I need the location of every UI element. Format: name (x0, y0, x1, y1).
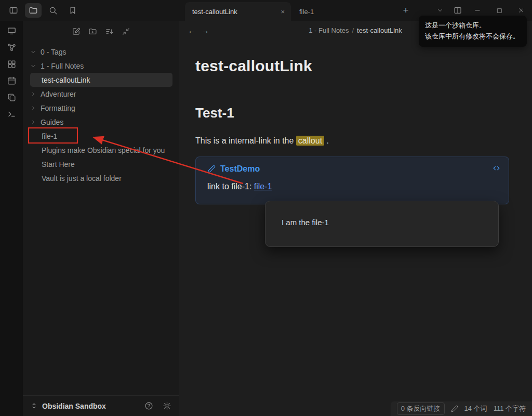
notice-line-1: 这是一个沙箱仓库。 (425, 20, 521, 31)
vault-name: Obsidian Sandbox (42, 402, 135, 410)
file-vault-note[interactable]: Vault is just a local folder (23, 171, 179, 185)
folder-guides[interactable]: Guides (23, 115, 179, 129)
file-plugins-note[interactable]: Plugins make Obsidian special for you (23, 143, 179, 157)
folder-0-tags[interactable]: 0 - Tags (23, 45, 179, 59)
file-file-1[interactable]: file-1 (23, 129, 179, 143)
new-tab-icon[interactable]: + (399, 3, 413, 18)
status-bar: 0 条反向链接 14 个词 111 个字符 (391, 401, 532, 416)
chevron-down-icon (30, 63, 36, 69)
chevron-down-icon (30, 49, 36, 55)
vault-switcher-icon[interactable] (30, 402, 38, 410)
tab-close-icon[interactable]: × (281, 8, 285, 16)
tab-label: file-1 (299, 8, 314, 16)
notice-line-2: 该仓库中所有修改将不会保存。 (425, 31, 521, 42)
note-body: test-calloutLink Test-1 This is a intern… (179, 40, 532, 204)
callout-title-row: TestDemo (207, 164, 500, 174)
chevron-right-icon (30, 119, 36, 125)
breadcrumb-current[interactable]: test-calloutLink (357, 27, 402, 34)
files-icon[interactable] (25, 3, 42, 18)
chevron-right-icon (30, 105, 36, 111)
tab-label: test-calloutLink (192, 8, 276, 16)
collapse-all-icon[interactable] (122, 27, 130, 36)
backlinks-count[interactable]: 0 条反向链接 (397, 402, 445, 415)
file-tree: 0 - Tags 1 - Full Notes test-calloutLink… (23, 45, 179, 185)
file-explorer-sidebar: 0 - Tags 1 - Full Notes test-calloutLink… (23, 21, 179, 416)
navigate-forward-icon[interactable]: → (198, 23, 212, 37)
breadcrumb: 1 - Full Notes/test-calloutLink (309, 27, 402, 34)
search-icon[interactable] (45, 3, 61, 18)
navigate-back-icon[interactable]: ← (185, 23, 198, 37)
breadcrumb-parent[interactable]: 1 - Full Notes (309, 27, 349, 34)
note-title: test-calloutLink (195, 57, 509, 75)
sandbox-notice: 这是一个沙箱仓库。 该仓库中所有修改将不会保存。 (419, 16, 527, 47)
left-ribbon (0, 21, 23, 416)
daily-note-icon[interactable] (7, 76, 17, 86)
quick-switcher-icon[interactable] (7, 26, 17, 36)
file-explorer-toolbar (23, 21, 179, 42)
hover-preview-popup: I am the file-1 (265, 201, 499, 247)
callout-title: TestDemo (220, 164, 260, 174)
help-icon[interactable] (144, 401, 153, 410)
toggle-sidebar-icon[interactable] (5, 3, 22, 18)
popup-text: I am the file-1 (282, 218, 329, 227)
settings-gear-icon[interactable] (163, 401, 171, 410)
section-heading: Test-1 (195, 105, 509, 121)
highlight-callout: callout (296, 136, 324, 146)
terminal-icon[interactable] (7, 109, 17, 119)
edit-code-block-icon[interactable] (490, 162, 502, 174)
new-folder-icon[interactable] (88, 27, 97, 36)
bookmarks-icon[interactable] (64, 3, 81, 18)
folder-formatting[interactable]: Formatting (23, 101, 179, 115)
canvas-icon[interactable] (7, 59, 17, 69)
file-start-here[interactable]: Start Here (23, 157, 179, 171)
callout-content: link to file-1: file-1 (207, 182, 500, 191)
pencil-icon (207, 165, 216, 173)
callout-block: TestDemo link to file-1: file-1 (195, 157, 509, 204)
char-count: 111 个字符 (494, 404, 526, 413)
file-test-calloutlink[interactable]: test-calloutLink (30, 73, 172, 87)
tab-file-1[interactable]: file-1 (293, 2, 397, 21)
paragraph: This is a internal-link in the callout . (195, 135, 509, 147)
sort-order-icon[interactable] (105, 27, 114, 36)
folder-adventurer[interactable]: Adventurer (23, 87, 179, 101)
graph-view-icon[interactable] (7, 43, 17, 53)
templates-icon[interactable] (7, 93, 17, 102)
edit-mode-pencil-icon[interactable] (451, 405, 458, 412)
folder-1-full-notes[interactable]: 1 - Full Notes (23, 59, 179, 73)
new-note-icon[interactable] (72, 27, 81, 36)
internal-link-file-1[interactable]: file-1 (254, 182, 272, 191)
vault-footer: Obsidian Sandbox (23, 395, 179, 416)
titlebar-left-icons (5, 0, 81, 21)
tab-test-calloutlink[interactable]: test-calloutLink × (185, 2, 291, 21)
chevron-right-icon (30, 91, 36, 97)
word-count: 14 个词 (464, 404, 487, 413)
